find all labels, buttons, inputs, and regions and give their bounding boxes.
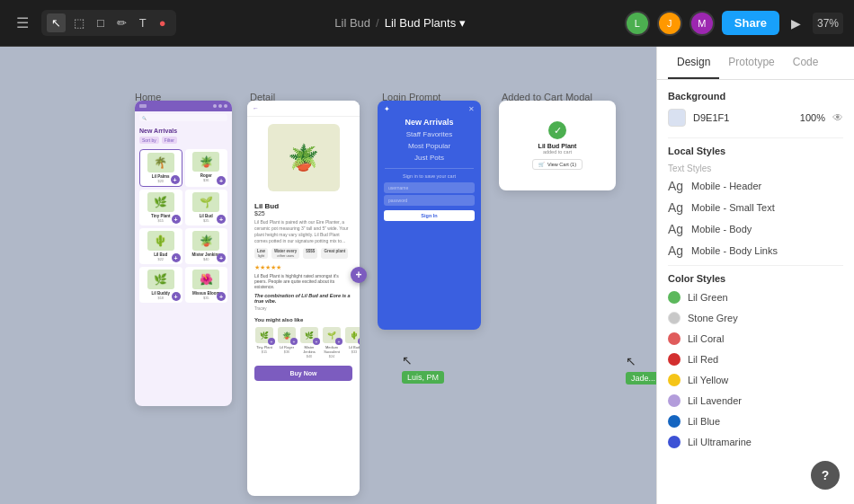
plant-img-0: 🌴: [147, 153, 174, 172]
plant-cell-7[interactable]: 🌺 Missus Bloom $35 +: [185, 267, 228, 303]
bg-color-swatch[interactable]: [668, 109, 686, 127]
login-username-input[interactable]: username: [384, 182, 475, 193]
color-style-blue: Lil Blue: [668, 415, 843, 428]
attr-water: Water everyother uses: [271, 248, 299, 259]
related-2[interactable]: 🌿+ Mister Jenkins $40: [299, 327, 319, 358]
related-4[interactable]: 🌵+ Lil Bud $33: [344, 327, 360, 358]
frame-login: ✦ ✕ New Arrivals Staff Favorites Most Po…: [378, 101, 481, 330]
share-button[interactable]: Share: [722, 11, 779, 35]
plant-cell-3[interactable]: 🌱 Lil Bud $25 +: [185, 190, 228, 225]
related-0[interactable]: 🌿+ Tiny Plant $15: [254, 327, 274, 358]
color-name-ultramarine: Lil Ultramarine: [688, 437, 752, 447]
plant-cell-2[interactable]: 🌿 Tiny Plant $15 +: [139, 190, 182, 225]
topbar: ☰ ↖ ⬚ □ ✏ T ● Lil Bud / Lil Bud Plants ▾…: [0, 0, 854, 47]
color-dot-green: [668, 291, 681, 304]
filter-tag: Filter: [162, 137, 177, 144]
cursor-luis-label: Luis, PM: [402, 371, 444, 384]
canvas[interactable]: Home Detail Login Prompt Added to Cart M…: [0, 47, 656, 504]
sort-filter-row: Sort by Filter: [135, 136, 232, 146]
plant-img-1: 🪴: [192, 152, 219, 172]
tab-prototype[interactable]: Prototype: [719, 47, 783, 79]
section-divider-2: [668, 265, 843, 266]
plant-cell-6[interactable]: 🌿 Lil Buddy $18 +: [139, 267, 182, 303]
text-style-links: Ag Mobile - Body Links: [668, 243, 843, 258]
plant-cell-1[interactable]: 🪴 Roger $36 +: [185, 149, 228, 187]
avatar-2: J: [657, 11, 682, 36]
color-dot-ultramarine: [668, 436, 681, 448]
add-btn-7[interactable]: +: [217, 292, 226, 301]
text-style-ag-1: Ag: [668, 200, 686, 215]
tab-code[interactable]: Code: [784, 47, 828, 79]
close-icon[interactable]: ✕: [468, 105, 475, 113]
add-btn-2[interactable]: +: [172, 215, 181, 224]
view-cart-button[interactable]: 🛒 View Cart (1): [532, 159, 583, 170]
related-3[interactable]: 🌱+ Medium Succulent $24: [322, 327, 342, 358]
view-cart-label: View Cart (1): [547, 162, 576, 167]
chevron-down-icon: ▾: [459, 16, 466, 30]
tool-move[interactable]: ↖: [47, 13, 66, 32]
color-styles-title: Color Styles: [668, 273, 843, 284]
tab-design[interactable]: Design: [668, 47, 719, 79]
panel-content: Background D9E1F1 100% 👁 Local Styles Te…: [657, 80, 854, 504]
text-style-name-0: Mobile - Header: [691, 181, 761, 191]
add-btn-1[interactable]: +: [217, 176, 226, 185]
breadcrumb-file[interactable]: Lil Bud Plants ▾: [385, 16, 467, 30]
eye-icon[interactable]: 👁: [832, 111, 843, 124]
color-name-yellow: Lil Yellow: [688, 375, 728, 385]
panel-tabs: Design Prototype Code: [657, 47, 854, 80]
add-btn-5[interactable]: +: [217, 253, 226, 262]
product-row: 🌿+ Tiny Plant $15 🪴+ Lil Roger $36 🌿+ Mi…: [247, 325, 360, 360]
color-style-coral: Lil Coral: [668, 332, 843, 345]
cart-plant-name: Lil Bud Plant: [538, 143, 577, 149]
add-btn-4[interactable]: +: [172, 253, 181, 262]
login-signin-button[interactable]: Sign In: [384, 210, 475, 221]
plant-img-2: 🌿: [147, 192, 174, 212]
related-img-0: 🌿+: [255, 327, 273, 343]
breadcrumb-separator: /: [376, 16, 379, 30]
add-fab[interactable]: +: [351, 267, 367, 283]
attr-price: $$$$: [303, 248, 317, 259]
add-btn-6[interactable]: +: [172, 292, 181, 301]
login-menu-staff[interactable]: Staff Favorites: [378, 128, 481, 140]
detail-stars: ★★★★★: [254, 264, 352, 271]
buy-now-button[interactable]: Buy Now: [254, 366, 352, 381]
detail-attrs: Lowlight Water everyother uses $$$$ Grea…: [254, 248, 352, 259]
related-1[interactable]: 🪴+ Lil Roger $36: [277, 327, 297, 358]
local-styles-title: Local Styles: [668, 146, 843, 156]
topbar-left: ☰ ↖ ⬚ □ ✏ T ●: [11, 9, 176, 37]
cart-added-text: added to cart: [543, 149, 572, 155]
color-name-lavender: Lil Lavender: [688, 395, 742, 406]
login-menu-pots[interactable]: Just Pots: [378, 152, 481, 164]
color-dot-lavender: [668, 394, 681, 407]
text-styles-subsection: Text Styles: [668, 164, 843, 173]
help-button[interactable]: ?: [811, 461, 840, 490]
related-img-4: 🌵+: [345, 327, 360, 343]
detail-reviewer: Tracey: [254, 306, 352, 311]
login-password-input[interactable]: password: [384, 195, 475, 206]
add-btn-3[interactable]: +: [217, 215, 226, 224]
plant-cell-5[interactable]: 🪴 Mister Jenkins $40 +: [185, 228, 228, 264]
tool-notify[interactable]: ●: [155, 13, 171, 32]
text-style-small: Ag Mobile - Small Text: [668, 200, 843, 215]
plant-cell-0[interactable]: 🌴 Lil Palms $20 +: [139, 149, 182, 187]
color-name-coral: Lil Coral: [688, 333, 724, 344]
tool-shape[interactable]: □: [93, 13, 109, 32]
right-panel: Design Prototype Code Background D9E1F1 …: [656, 47, 854, 504]
tool-frame[interactable]: ⬚: [69, 13, 89, 32]
color-dot-red: [668, 353, 681, 366]
add-btn-0[interactable]: +: [171, 175, 180, 184]
login-close-row: ✦ ✕: [378, 101, 481, 118]
tool-text[interactable]: T: [135, 13, 151, 32]
color-style-green: Lil Green: [668, 291, 843, 304]
play-icon[interactable]: ▶: [787, 12, 805, 35]
color-name-blue: Lil Blue: [688, 416, 720, 427]
related-img-1: 🪴+: [278, 327, 296, 343]
zoom-control[interactable]: 37%: [813, 13, 843, 34]
sort-tag: Sort by: [139, 137, 159, 144]
menu-icon[interactable]: ☰: [11, 9, 34, 37]
topbar-center: Lil Bud / Lil Bud Plants ▾: [185, 16, 616, 30]
tool-pen[interactable]: ✏: [112, 13, 131, 32]
plant-cell-4[interactable]: 🌵 Lil Bud $22 +: [139, 228, 182, 264]
text-style-body: Ag Mobile - Body: [668, 222, 843, 236]
login-menu-popular[interactable]: Most Popular: [378, 140, 481, 152]
